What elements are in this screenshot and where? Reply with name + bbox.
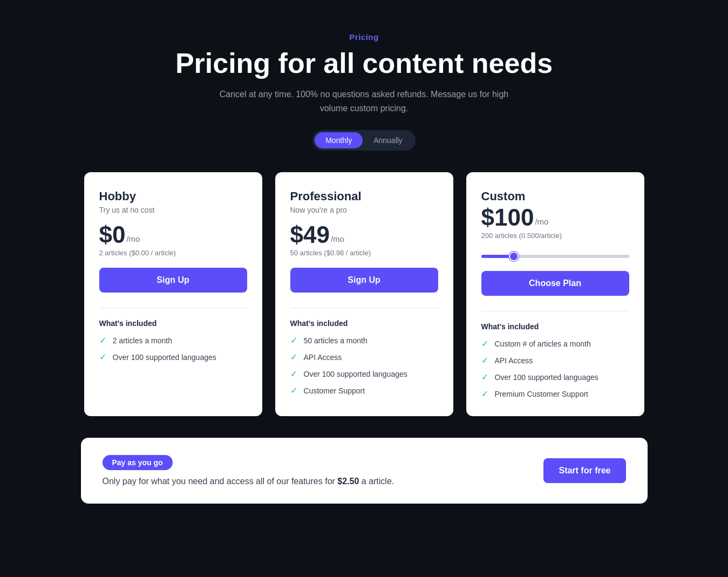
pricing-label: Pricing — [175, 32, 553, 42]
custom-plan-name: Custom — [481, 189, 629, 203]
professional-feature-3: Over 100 supported languages — [304, 370, 407, 378]
hobby-feature-list: ✓ 2 articles a month ✓ Over 100 supporte… — [99, 335, 247, 362]
custom-articles-slider[interactable] — [481, 255, 629, 258]
list-item: ✓ Over 100 supported languages — [99, 352, 247, 362]
custom-slider-container — [481, 250, 629, 260]
custom-price-row: $100 /mo — [481, 206, 629, 229]
payg-banner: Pay as you go Only pay for what you need… — [81, 438, 648, 504]
professional-whats-included-label: What's included — [290, 319, 438, 328]
header-section: Pricing Pricing for all content needs Ca… — [175, 32, 553, 151]
check-icon: ✓ — [99, 352, 106, 362]
professional-plan-name: Professional — [290, 189, 438, 203]
custom-divider — [481, 311, 629, 311]
custom-price-amount: $100 — [481, 206, 534, 229]
check-icon: ✓ — [481, 355, 488, 365]
page-title: Pricing for all content needs — [175, 48, 553, 79]
payg-price: $2.50 — [337, 477, 359, 486]
professional-price-row: $49 /mo — [290, 223, 438, 247]
custom-choose-plan-button[interactable]: Choose Plan — [481, 271, 629, 296]
payg-description: Only pay for what you need and access al… — [103, 477, 394, 486]
payg-description-suffix: a article. — [359, 477, 394, 486]
hobby-feature-1: 2 articles a month — [113, 336, 173, 345]
hobby-divider — [99, 308, 247, 308]
hobby-plan-tagline: Try us at no cost — [99, 206, 247, 214]
custom-plan-card: Custom $100 /mo 200 articles (0.500/arti… — [466, 172, 644, 416]
custom-feature-2: API Access — [495, 356, 533, 365]
hobby-signup-button[interactable]: Sign Up — [99, 268, 247, 293]
custom-whats-included-label: What's included — [481, 322, 629, 331]
check-icon: ✓ — [290, 335, 297, 345]
list-item: ✓ Custom # of articles a month — [481, 338, 629, 349]
plans-container: Hobby Try us at no cost $0 /mo 2 article… — [81, 172, 648, 416]
check-icon: ✓ — [99, 335, 106, 345]
professional-plan-card: Professional Now you're a pro $49 /mo 50… — [275, 172, 453, 416]
start-for-free-button[interactable]: Start for free — [543, 458, 625, 483]
professional-feature-1: 50 articles a month — [304, 336, 368, 345]
professional-feature-list: ✓ 50 articles a month ✓ API Access ✓ Ove… — [290, 335, 438, 396]
custom-feature-1: Custom # of articles a month — [495, 340, 591, 348]
check-icon: ✓ — [481, 338, 488, 349]
list-item: ✓ 2 articles a month — [99, 335, 247, 345]
professional-feature-4: Customer Support — [304, 386, 365, 395]
check-icon: ✓ — [290, 352, 297, 362]
check-icon: ✓ — [290, 385, 297, 396]
hobby-price-period: /mo — [126, 234, 140, 243]
custom-feature-list: ✓ Custom # of articles a month ✓ API Acc… — [481, 338, 629, 399]
professional-price-amount: $49 — [290, 223, 330, 247]
hobby-plan-card: Hobby Try us at no cost $0 /mo 2 article… — [84, 172, 262, 416]
page-subtitle: Cancel at any time. 100% no questions as… — [213, 87, 515, 115]
custom-feature-3: Over 100 supported languages — [495, 373, 598, 382]
custom-price-period: /mo — [535, 217, 548, 226]
professional-price-period: /mo — [331, 234, 344, 243]
list-item: ✓ Customer Support — [290, 385, 438, 396]
list-item: ✓ Premium Customer Support — [481, 389, 629, 399]
professional-articles-info: 50 articles ($0.98 / article) — [290, 249, 438, 257]
check-icon: ✓ — [481, 372, 488, 382]
professional-plan-tagline: Now you're a pro — [290, 206, 438, 214]
list-item: ✓ Over 100 supported languages — [290, 369, 438, 379]
payg-badge: Pay as you go — [103, 455, 173, 470]
professional-divider — [290, 308, 438, 308]
check-icon: ✓ — [481, 389, 488, 399]
payg-left-section: Pay as you go Only pay for what you need… — [103, 455, 394, 486]
annually-toggle-button[interactable]: Annually — [363, 132, 413, 148]
monthly-toggle-button[interactable]: Monthly — [315, 132, 363, 148]
list-item: ✓ API Access — [290, 352, 438, 362]
custom-articles-info: 200 articles (0.500/article) — [481, 232, 629, 240]
hobby-whats-included-label: What's included — [99, 319, 247, 328]
list-item: ✓ Over 100 supported languages — [481, 372, 629, 382]
hobby-plan-name: Hobby — [99, 189, 247, 203]
payg-description-prefix: Only pay for what you need and access al… — [103, 477, 338, 486]
custom-feature-4: Premium Customer Support — [495, 390, 589, 398]
billing-toggle: Monthly Annually — [312, 130, 416, 151]
check-icon: ✓ — [290, 369, 297, 379]
hobby-articles-info: 2 articles ($0.00 / article) — [99, 249, 247, 257]
list-item: ✓ 50 articles a month — [290, 335, 438, 345]
professional-signup-button[interactable]: Sign Up — [290, 268, 438, 293]
professional-feature-2: API Access — [304, 353, 342, 362]
hobby-price-row: $0 /mo — [99, 223, 247, 247]
hobby-price-amount: $0 — [99, 223, 126, 247]
hobby-feature-2: Over 100 supported languages — [113, 353, 216, 362]
list-item: ✓ API Access — [481, 355, 629, 365]
